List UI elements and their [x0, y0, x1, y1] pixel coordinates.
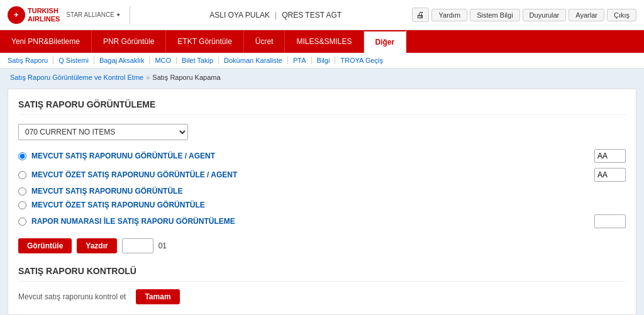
radio-label-2[interactable]: MEVCUT ÖZET SATIŞ RAPORUNU GÖRÜNTÜLE / A…	[31, 170, 589, 179]
dropdown-row: 070 CURRENT NO ITEMS	[18, 124, 626, 140]
goruntule-button[interactable]: Görüntüle	[18, 238, 72, 253]
radio-label-1[interactable]: MEVCUT SATIŞ RAPORUNU GÖRÜNTÜLE / AGENT	[31, 152, 589, 160]
radio-input-1[interactable]	[594, 149, 626, 163]
radio-opt1[interactable]	[18, 152, 26, 160]
user-name: ASLI OYA PULAK	[209, 11, 270, 19]
subnav-item[interactable]: Bilet Takip	[177, 57, 219, 64]
tamam-button[interactable]: Tamam	[136, 289, 179, 304]
ayarlar-button[interactable]: Ayarlar	[569, 9, 604, 21]
kontrol-label: Mevcut satış raporunu kontrol et	[18, 292, 126, 301]
subnav-item[interactable]: Q Sistemi	[53, 57, 94, 64]
kontrol-row: Mevcut satış raporunu kontrol et Tamam	[18, 289, 626, 304]
agent-code: QRES TEST AGT	[282, 11, 341, 19]
nav-tab-diger[interactable]: Diğer	[364, 30, 407, 53]
radio-row-1: MEVCUT SATIŞ RAPORUNU GÖRÜNTÜLE / AGENT	[18, 149, 626, 163]
print-icon[interactable]: 🖨	[412, 8, 429, 22]
radio-row-5: RAPOR NUMARASI İLE SATIŞ RAPORU GÖRÜNTÜL…	[18, 214, 626, 228]
breadcrumb-current: Satış Raporu Kapama	[152, 74, 220, 81]
content-area: SATIŞ RAPORU GÖRÜNTÜLEME 070 CURRENT NO …	[8, 89, 636, 315]
nav-tab-miles-smiles[interactable]: MILES&SMILES	[285, 30, 364, 53]
yazdir-button[interactable]: Yazdır	[77, 238, 116, 253]
radio-row-3: MEVCUT SATIŞ RAPORUNU GÖRÜNTÜLE	[18, 187, 626, 196]
radio-opt2[interactable]	[18, 171, 26, 179]
user-info: ASLI OYA PULAK | QRES TEST AGT	[139, 11, 413, 19]
main-nav: Yeni PNR&BiletlemePNR GörüntüleETKT Görü…	[0, 30, 644, 53]
radio-group: MEVCUT SATIŞ RAPORUNU GÖRÜNTÜLE / AGENTM…	[18, 149, 626, 228]
nav-tab-ucret[interactable]: Ücret	[244, 30, 286, 53]
thy-logo: ✈ TURKISH AIRLINES	[8, 6, 60, 24]
action-input-field[interactable]	[122, 238, 153, 253]
radio-label-5[interactable]: RAPOR NUMARASI İLE SATIŞ RAPORU GÖRÜNTÜL…	[31, 217, 589, 226]
section1-title: SATIŞ RAPORU GÖRÜNTÜLEME	[18, 99, 626, 115]
breadcrumb: Satış Raporu Görüntüleme ve Kontrol Etme…	[0, 69, 644, 86]
report-type-select[interactable]: 070 CURRENT NO ITEMS	[18, 124, 188, 140]
breadcrumb-part1[interactable]: Satış Raporu Görüntüleme ve Kontrol Etme	[10, 74, 143, 81]
radio-opt5[interactable]	[18, 218, 26, 226]
star-alliance: STAR ALLIANCE ✦	[66, 11, 121, 18]
subnav-item[interactable]: PTA	[288, 57, 312, 64]
radio-input-2[interactable]	[594, 168, 626, 182]
nav-tab-pnr-biletleme[interactable]: Yeni PNR&Biletleme	[0, 30, 92, 53]
radio-row-2: MEVCUT ÖZET SATIŞ RAPORUNU GÖRÜNTÜLE / A…	[18, 168, 626, 182]
subnav-item[interactable]: TROYA Geçiş	[335, 57, 388, 64]
thy-circle-icon: ✈	[8, 6, 25, 24]
subnav-item[interactable]: Bilgi	[312, 57, 336, 64]
top-header: ✈ TURKISH AIRLINES STAR ALLIANCE ✦ ASLI …	[0, 0, 644, 30]
radio-label-3[interactable]: MEVCUT SATIŞ RAPORUNU GÖRÜNTÜLE	[31, 187, 626, 196]
nav-tab-etkt-goruntule[interactable]: ETKT Görüntüle	[166, 30, 243, 53]
action-number: 01	[158, 241, 167, 250]
radio-input-5[interactable]	[594, 214, 626, 228]
subnav-item[interactable]: Doküman Karaliste	[219, 57, 288, 64]
separator: |	[275, 11, 277, 19]
radio-label-4[interactable]: MEVCUT ÖZET SATIŞ RAPORUNU GÖRÜNTÜLE	[31, 201, 626, 209]
action-row: Görüntüle Yazdır 01	[18, 238, 626, 253]
duyurular-button[interactable]: Duyurular	[523, 9, 567, 21]
radio-opt3[interactable]	[18, 187, 26, 196]
subnav-item[interactable]: Bagaj Aksaklık	[94, 57, 150, 64]
logo-area: ✈ TURKISH AIRLINES STAR ALLIANCE ✦	[8, 6, 130, 24]
section2-title: SATIŞ RAPORU KONTROLÜ	[18, 266, 626, 282]
yardim-button[interactable]: Yardım	[431, 9, 467, 21]
breadcrumb-separator: »	[146, 74, 150, 81]
header-buttons: 🖨 Yardım Sistem Bilgi Duyurular Ayarlar …	[412, 8, 636, 22]
subnav-item[interactable]: MCO	[150, 57, 177, 64]
radio-opt4[interactable]	[18, 201, 26, 209]
sistem-bilgi-button[interactable]: Sistem Bilgi	[470, 9, 519, 21]
nav-tab-pnr-goruntule[interactable]: PNR Görüntüle	[92, 30, 166, 53]
thy-text: TURKISH AIRLINES	[28, 7, 60, 22]
radio-row-4: MEVCUT ÖZET SATIŞ RAPORUNU GÖRÜNTÜLE	[18, 201, 626, 209]
cikis-button[interactable]: Çıkış	[607, 9, 636, 21]
subnav-item[interactable]: Satış Raporu	[8, 57, 53, 64]
sub-nav: Satış RaporuQ SistemiBagaj AksaklıkMCOBi…	[0, 53, 644, 69]
